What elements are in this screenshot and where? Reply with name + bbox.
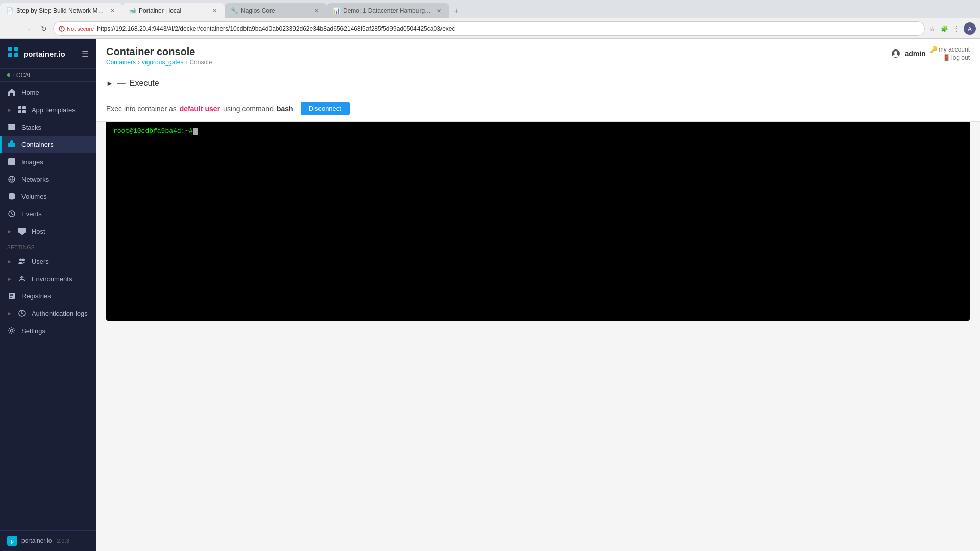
sidebar-item-volumes[interactable]: Volumes — [0, 188, 96, 205]
tab-2[interactable]: 🐋 Portainer | local ✕ — [122, 3, 225, 18]
forward-button[interactable]: → — [20, 21, 35, 36]
tab-1[interactable]: 📄 Step by Step Build Network Mo... ✕ — [0, 3, 122, 18]
terminal-prompt: root@10cdbfa9ba4d:~# — [113, 127, 193, 135]
extensions-icon[interactable]: 🧩 — [939, 23, 949, 34]
sidebar-item-images[interactable]: Images — [0, 153, 96, 170]
sidebar-item-stacks[interactable]: Stacks — [0, 118, 96, 136]
auth-logs-chevron: ► — [7, 311, 12, 316]
tab-1-title: Step by Step Build Network Mo... — [16, 7, 105, 14]
sidebar-item-host[interactable]: ► Host — [0, 222, 96, 240]
back-button[interactable]: ← — [4, 21, 18, 36]
sidebar-label-images: Images — [21, 158, 89, 166]
stacks-icon — [7, 122, 16, 132]
terminal-cursor — [193, 128, 198, 135]
sidebar-item-app-templates[interactable]: ► App Templates — [0, 101, 96, 118]
disconnect-button[interactable]: Disconnect — [301, 102, 350, 115]
auth-logs-icon — [17, 309, 27, 318]
tab-3[interactable]: 🔧 Nagios Core ✕ — [225, 3, 327, 18]
sidebar-label-app-templates: App Templates — [32, 106, 89, 114]
reload-button[interactable]: ↻ — [37, 21, 51, 36]
console-info-bar: Exec into container as default user usin… — [96, 95, 980, 122]
url-text: https://192.168.20.4:9443/#l/2/docker/co… — [97, 25, 919, 32]
sidebar-label-settings: Settings — [21, 327, 89, 335]
breadcrumb-vigorous-gates[interactable]: vigorous_gates — [142, 59, 183, 66]
security-label: Not secure — [67, 26, 94, 32]
tab-4[interactable]: 📊 Demo: 1 Datacenter Hamburg (... ✕ — [327, 3, 449, 18]
svg-point-16 — [10, 160, 11, 161]
main-header: Container console Containers › vigorous_… — [96, 39, 980, 71]
sidebar-item-registries[interactable]: Registries — [0, 287, 96, 305]
sidebar-item-environments[interactable]: ► Environments — [0, 270, 96, 287]
tab-3-title: Nagios Core — [241, 7, 309, 14]
execute-title: Execute — [130, 79, 159, 88]
log-out-link[interactable]: 🚪 log out — [943, 54, 970, 61]
svg-point-31 — [11, 330, 13, 332]
tab-3-close[interactable]: ✕ — [312, 7, 321, 15]
svg-rect-8 — [22, 106, 26, 109]
admin-user-icon — [891, 49, 900, 58]
terminal-wrapper: root@10cdbfa9ba4d:~# — [96, 122, 980, 551]
tab-4-close[interactable]: ✕ — [435, 7, 443, 15]
home-icon — [7, 88, 16, 97]
bookmark-icon[interactable]: ☆ — [927, 23, 937, 34]
svg-rect-14 — [8, 143, 15, 147]
terminal-line: root@10cdbfa9ba4d:~# — [113, 127, 963, 135]
sidebar-label-events: Events — [21, 210, 89, 218]
settings-browser-icon[interactable]: ⋮ — [951, 23, 962, 34]
logout-icon: 🚪 — [943, 54, 950, 61]
sidebar-logo: portainer.io ☰ — [0, 39, 96, 69]
sidebar-label-home: Home — [21, 89, 89, 96]
tab-4-favicon: 📊 — [333, 7, 340, 14]
users-chevron: ► — [7, 259, 12, 264]
svg-rect-15 — [8, 158, 15, 165]
tab-2-title: Portainer | local — [139, 7, 207, 14]
security-icon: Not secure — [59, 26, 94, 32]
sidebar-menu-icon[interactable]: ☰ — [82, 49, 89, 59]
tab-4-title: Demo: 1 Datacenter Hamburg (... — [343, 7, 432, 14]
exec-middle: using command — [223, 105, 274, 113]
profile-icon[interactable]: A — [964, 22, 976, 35]
settings-section-header: SETTINGS — [0, 240, 96, 253]
sidebar-label-auth-logs: Authentication logs — [32, 310, 89, 317]
breadcrumb-containers[interactable]: Containers — [106, 59, 136, 66]
svg-point-24 — [19, 259, 22, 261]
volumes-icon — [7, 192, 16, 201]
page-title: Container console — [106, 46, 212, 58]
svg-point-33 — [894, 51, 897, 54]
sidebar-label-networks: Networks — [21, 176, 89, 183]
settings-icon — [7, 326, 16, 335]
svg-rect-10 — [22, 110, 26, 113]
sidebar-item-home[interactable]: Home — [0, 84, 96, 101]
address-bar[interactable]: Not secure https://192.168.20.4:9443/#l/… — [53, 21, 925, 36]
sidebar-item-authentication-logs[interactable]: ► Authentication logs — [0, 305, 96, 322]
svg-rect-4 — [14, 47, 18, 51]
containers-icon — [7, 140, 16, 149]
sidebar-item-containers[interactable]: Containers — [0, 136, 96, 153]
sidebar-item-users[interactable]: ► Users — [0, 253, 96, 270]
exec-prefix: Exec into container as — [106, 105, 177, 113]
logo-left: portainer.io — [7, 46, 65, 61]
sidebar-label-volumes: Volumes — [21, 193, 89, 201]
sidebar-item-settings[interactable]: Settings — [0, 322, 96, 339]
svg-point-2 — [61, 30, 62, 31]
sidebar-item-events[interactable]: Events — [0, 205, 96, 222]
environments-chevron: ► — [7, 276, 12, 282]
terminal[interactable]: root@10cdbfa9ba4d:~# — [106, 122, 970, 321]
env-label: LOCAL — [13, 72, 32, 78]
tab-1-close[interactable]: ✕ — [108, 7, 116, 15]
host-chevron: ► — [7, 229, 12, 234]
tab-2-close[interactable]: ✕ — [210, 7, 218, 15]
my-account-link[interactable]: 🔑 my account — [930, 46, 970, 53]
new-tab-button[interactable]: + — [449, 4, 463, 18]
logo-text: portainer.io — [23, 49, 65, 58]
svg-rect-13 — [8, 124, 15, 126]
breadcrumb-console: Console — [189, 59, 212, 66]
header-right: admin 🔑 my account 🚪 log out — [891, 46, 970, 61]
svg-rect-21 — [18, 228, 26, 233]
breadcrumb: Containers › vigorous_gates › Console — [106, 59, 212, 66]
sidebar-nav: Home ► App Templates Stacks — [0, 82, 96, 530]
address-right-icons: ☆ 🧩 ⋮ A — [927, 22, 976, 35]
sidebar-item-networks[interactable]: Networks — [0, 170, 96, 188]
users-icon — [17, 257, 27, 266]
sidebar-env: LOCAL — [0, 69, 96, 82]
